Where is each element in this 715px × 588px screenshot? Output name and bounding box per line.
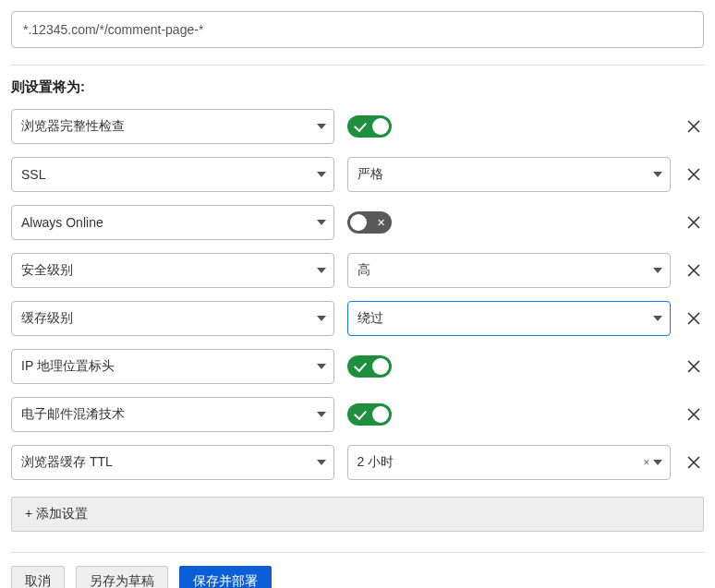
- setting-select-label: 浏览器完整性检查: [21, 118, 125, 135]
- caret-down-icon: [653, 460, 662, 465]
- setting-select-label: SSL: [21, 167, 45, 182]
- footer-divider: [11, 552, 704, 553]
- remove-row-button[interactable]: [684, 404, 704, 425]
- setting-select-label: IP 地理位置标头: [21, 358, 115, 375]
- setting-row: SSL严格: [11, 157, 704, 192]
- caret-down-icon: [317, 172, 326, 177]
- toggle-switch[interactable]: [347, 115, 392, 138]
- close-icon: [686, 455, 701, 470]
- remove-row-button[interactable]: [684, 116, 704, 137]
- cancel-button[interactable]: 取消: [11, 566, 65, 588]
- setting-select-label: 缓存级别: [21, 310, 73, 327]
- toggle-knob: [372, 118, 389, 135]
- value-select-label: 严格: [358, 166, 383, 183]
- caret-down-icon: [317, 412, 326, 417]
- remove-row-button[interactable]: [684, 452, 704, 473]
- setting-row: 浏览器缓存 TTL2 小时×: [11, 445, 704, 480]
- value-select[interactable]: 2 小时×: [347, 445, 672, 480]
- remove-row-button[interactable]: [684, 212, 704, 233]
- save-draft-button[interactable]: 另存为草稿: [76, 566, 168, 588]
- toggle-switch[interactable]: [347, 355, 392, 378]
- value-slot: 绕过: [347, 301, 672, 336]
- caret-down-icon: [317, 364, 326, 369]
- setting-row: 浏览器完整性检查: [11, 109, 704, 144]
- setting-select[interactable]: 浏览器缓存 TTL: [11, 445, 334, 480]
- caret-down-icon: [317, 220, 326, 225]
- remove-row-button[interactable]: [684, 260, 704, 281]
- caret-down-icon: [317, 460, 326, 465]
- setting-select[interactable]: SSL: [11, 157, 334, 192]
- caret-down-icon: [317, 316, 326, 321]
- remove-row-button[interactable]: [684, 164, 704, 185]
- setting-select[interactable]: 浏览器完整性检查: [11, 109, 334, 144]
- value-select-label: 绕过: [358, 310, 383, 327]
- value-select[interactable]: 绕过: [347, 301, 672, 336]
- caret-down-icon: [317, 268, 326, 273]
- close-icon: [686, 407, 701, 422]
- setting-select-label: Always Online: [21, 215, 103, 230]
- caret-down-icon: [317, 124, 326, 129]
- remove-row-button[interactable]: [684, 308, 704, 329]
- setting-row: 缓存级别绕过: [11, 301, 704, 336]
- value-select[interactable]: 严格: [347, 157, 672, 192]
- close-icon: [686, 263, 701, 278]
- value-select-label: 2 小时: [358, 454, 394, 471]
- value-slot: [347, 115, 672, 138]
- close-icon: [686, 215, 701, 230]
- divider: [11, 65, 704, 66]
- close-icon: [686, 119, 701, 134]
- value-slot: 高: [347, 253, 672, 288]
- toggle-switch[interactable]: [347, 211, 392, 234]
- setting-select-label: 浏览器缓存 TTL: [21, 454, 113, 471]
- save-deploy-button[interactable]: 保存并部署: [179, 566, 272, 588]
- close-icon: [686, 311, 701, 326]
- setting-select[interactable]: IP 地理位置标头: [11, 349, 334, 384]
- setting-select[interactable]: Always Online: [11, 205, 334, 240]
- caret-down-icon: [653, 316, 662, 321]
- close-icon: [686, 359, 701, 374]
- value-slot: [347, 403, 672, 426]
- toggle-knob: [350, 214, 367, 231]
- toggle-knob: [372, 358, 389, 375]
- setting-row: 电子邮件混淆技术: [11, 397, 704, 432]
- caret-down-icon: [653, 268, 662, 273]
- toggle-knob: [372, 406, 389, 423]
- add-setting-button[interactable]: + 添加设置: [11, 497, 704, 532]
- value-select-label: 高: [358, 262, 370, 279]
- setting-row: 安全级别高: [11, 253, 704, 288]
- setting-row: IP 地理位置标头: [11, 349, 704, 384]
- url-pattern-input[interactable]: [11, 11, 704, 48]
- value-slot: [347, 355, 672, 378]
- value-select[interactable]: 高: [347, 253, 672, 288]
- clear-value-icon[interactable]: ×: [643, 457, 649, 468]
- caret-down-icon: [653, 172, 662, 177]
- close-icon: [686, 167, 701, 182]
- value-slot: [347, 211, 672, 234]
- section-title: 则设置将为:: [11, 78, 704, 96]
- remove-row-button[interactable]: [684, 356, 704, 377]
- value-slot: 2 小时×: [347, 445, 672, 480]
- setting-select-label: 安全级别: [21, 262, 73, 279]
- toggle-switch[interactable]: [347, 403, 392, 426]
- setting-row: Always Online: [11, 205, 704, 240]
- setting-select-label: 电子邮件混淆技术: [21, 406, 125, 423]
- setting-select[interactable]: 电子邮件混淆技术: [11, 397, 334, 432]
- setting-select[interactable]: 缓存级别: [11, 301, 334, 336]
- setting-select[interactable]: 安全级别: [11, 253, 334, 288]
- value-slot: 严格: [347, 157, 672, 192]
